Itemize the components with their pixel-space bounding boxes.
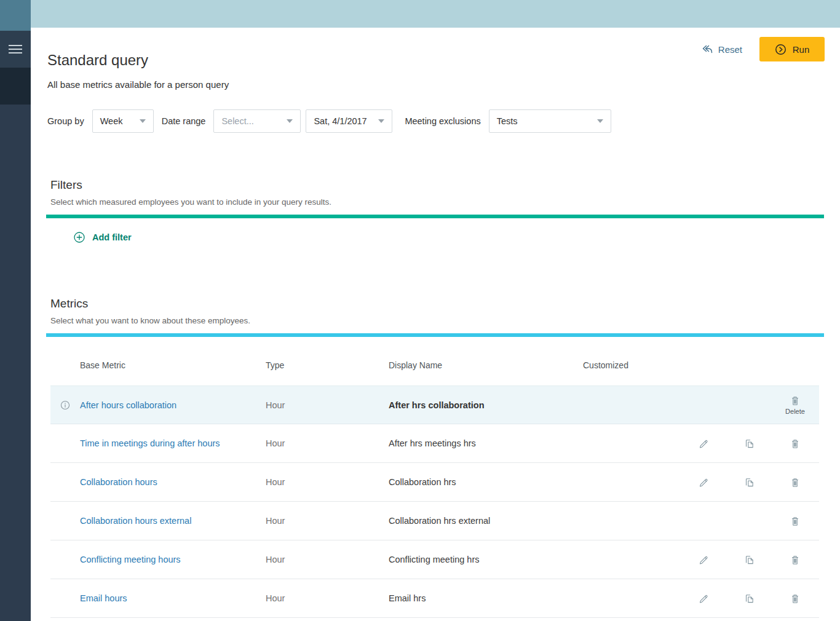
pencil-icon[interactable] [698, 438, 708, 449]
metric-display-name: After hrs collaboration [389, 400, 583, 410]
add-filter-label: Add filter [92, 232, 132, 242]
trash-icon[interactable]: Delete [783, 395, 807, 415]
meeting-exclusions-value: Tests [497, 116, 518, 126]
table-row: After hours collaboration Hour After hrs… [50, 386, 819, 424]
row-actions [583, 579, 819, 617]
chevron-down-icon [287, 119, 293, 123]
filters-rule [46, 215, 824, 218]
start-date-select[interactable]: Sat, 4/1/2017 [306, 109, 392, 133]
metric-display-name: Collaboration hrs external [389, 516, 583, 526]
group-by-select[interactable]: Week [92, 109, 154, 133]
trash-icon[interactable] [783, 554, 807, 566]
trash-icon[interactable] [783, 593, 807, 604]
base-metric-link[interactable]: Time in meetings during after hours [80, 438, 266, 448]
start-date-value: Sat, 4/1/2017 [314, 116, 367, 126]
copy-icon[interactable] [743, 554, 755, 566]
date-range-placeholder: Select... [221, 116, 253, 126]
query-controls: Group by Week Date range Select... Sat, … [47, 109, 840, 133]
metrics-table: Base Metric Type Display Name Customized… [50, 353, 819, 618]
metrics-rule [46, 333, 824, 337]
info-icon[interactable] [60, 400, 70, 410]
copy-icon[interactable] [743, 438, 755, 449]
sidebar [0, 0, 31, 621]
meeting-exclusions-label: Meeting exclusions [405, 116, 480, 126]
date-range-label: Date range [162, 116, 206, 126]
table-row: Email hours Hour Email hrs [50, 579, 819, 618]
date-range-select[interactable]: Select... [213, 109, 301, 133]
base-metric-link[interactable]: Conflicting meeting hours [80, 555, 266, 564]
column-display-name: Display Name [389, 360, 583, 370]
metric-display-name: Email hrs [389, 593, 583, 603]
metric-display-name: Collaboration hrs [389, 477, 583, 487]
copy-icon[interactable] [743, 477, 755, 488]
plus-circle-icon [74, 232, 85, 243]
pencil-icon[interactable] [698, 477, 708, 488]
metric-type: Hour [266, 516, 389, 526]
row-actions [583, 424, 819, 462]
metrics-description: Select what you want to know about these… [50, 316, 840, 325]
delete-label: Delete [785, 408, 805, 415]
row-actions [583, 540, 819, 579]
metrics-table-body: After hours collaboration Hour After hrs… [50, 386, 819, 618]
metric-type: Hour [266, 477, 389, 487]
meeting-exclusions-select[interactable]: Tests [489, 109, 611, 133]
add-filter-button[interactable]: Add filter [74, 232, 132, 243]
group-by-value: Week [100, 116, 123, 126]
base-metric-link[interactable]: After hours collaboration [80, 400, 266, 410]
sidebar-top-block [0, 0, 31, 31]
metric-type: Hour [266, 400, 389, 410]
trash-icon[interactable] [783, 477, 807, 488]
pencil-icon[interactable] [698, 593, 708, 604]
trash-icon[interactable] [783, 438, 807, 449]
main-content: Standard query All base metrics availabl… [31, 28, 840, 618]
trash-icon[interactable] [783, 515, 807, 527]
base-metric-link[interactable]: Collaboration hours external [80, 516, 266, 526]
base-metric-link[interactable]: Email hours [80, 593, 266, 603]
hamburger-menu-icon [9, 42, 22, 56]
chevron-down-icon [140, 119, 146, 123]
base-metric-link[interactable]: Collaboration hours [80, 477, 266, 487]
column-customized: Customized [583, 360, 819, 370]
table-row: Collaboration hours external Hour Collab… [50, 502, 819, 540]
page-title: Standard query [47, 52, 840, 69]
row-actions [583, 502, 819, 540]
metrics-title: Metrics [50, 297, 840, 310]
chevron-down-icon [378, 119, 384, 123]
row-actions [583, 463, 819, 501]
page-subtitle: All base metrics available for a person … [47, 79, 840, 90]
sidebar-dark-block [0, 68, 31, 105]
group-by-label: Group by [47, 116, 84, 126]
copy-icon[interactable] [743, 593, 755, 604]
metric-type: Hour [266, 555, 389, 564]
chevron-down-icon [597, 119, 603, 123]
table-row: Time in meetings during after hours Hour… [50, 424, 819, 463]
filters-description: Select which measured employees you want… [50, 197, 840, 207]
metric-type: Hour [266, 593, 389, 603]
column-base-metric: Base Metric [80, 360, 266, 370]
metric-display-name: After hrs meetings hrs [389, 438, 583, 448]
metric-display-name: Conflicting meeting hrs [389, 555, 583, 564]
menu-button[interactable] [0, 31, 31, 68]
row-actions: Delete [583, 386, 819, 424]
table-row: Collaboration hours Hour Collaboration h… [50, 463, 819, 502]
pencil-icon[interactable] [698, 555, 708, 565]
metrics-table-header: Base Metric Type Display Name Customized [50, 353, 819, 378]
metric-type: Hour [266, 438, 389, 448]
filters-title: Filters [50, 178, 840, 192]
header-band [31, 0, 840, 28]
table-row: Conflicting meeting hours Hour Conflicti… [50, 540, 819, 579]
column-type: Type [266, 360, 389, 370]
